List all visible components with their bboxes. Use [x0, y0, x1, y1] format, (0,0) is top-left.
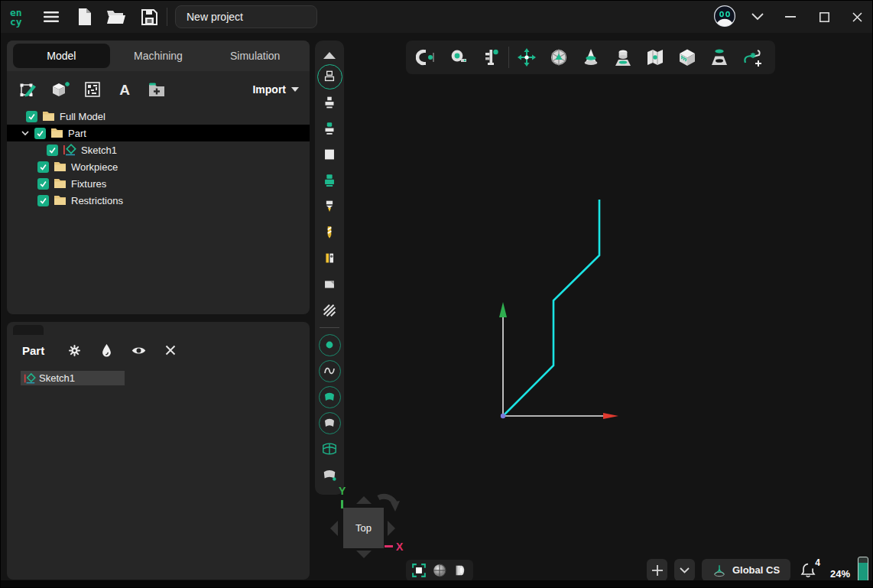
folder-icon — [54, 195, 67, 206]
expand-chevron-icon[interactable] — [21, 128, 30, 138]
viewcube-rotate-down-arrow[interactable] — [356, 551, 372, 558]
tool-teal-insert-icon[interactable] — [321, 115, 338, 141]
sketch-polyline[interactable] — [503, 200, 599, 416]
tab-simulation-label: Simulation — [230, 50, 280, 62]
spline-tool-icon[interactable] — [319, 358, 341, 384]
tool-drill-icon[interactable] — [321, 219, 338, 245]
coordinate-system-dropdown-button[interactable] — [674, 559, 695, 581]
window-bottom-edge — [1, 580, 873, 588]
toolbar-divider — [320, 327, 339, 328]
add-coordinate-system-button[interactable] — [647, 559, 667, 581]
tool-holder-icon[interactable] — [321, 89, 338, 115]
mesh-surface-icon[interactable] — [321, 436, 338, 462]
titlebar: en cy — [1, 1, 873, 33]
display-mode-toolbar — [406, 560, 473, 581]
viewcube-rotate-left-arrow[interactable] — [330, 521, 338, 536]
projection-lens-icon[interactable] — [451, 561, 469, 580]
engrave-cube-icon[interactable] — [671, 43, 703, 72]
titlebar-divider — [167, 8, 167, 26]
checkbox-checked[interactable] — [37, 178, 49, 190]
open-project-icon[interactable] — [105, 7, 127, 27]
surface-gray-tool-icon[interactable] — [319, 410, 341, 436]
tree-row-fixtures[interactable]: Fixtures — [7, 175, 310, 192]
tab-machining[interactable]: Machining — [110, 44, 207, 68]
save-project-icon[interactable] — [139, 7, 159, 27]
unfold-map-icon[interactable] — [639, 43, 671, 72]
point-tool-icon[interactable] — [319, 332, 341, 358]
app-window: en cy — [0, 0, 873, 588]
fit-view-icon[interactable] — [410, 561, 428, 580]
tree-row-sketch1[interactable]: Sketch1 — [7, 141, 310, 158]
scroll-up-icon[interactable] — [323, 47, 336, 63]
mesh-sphere-icon[interactable] — [543, 43, 575, 72]
part-item-label: Sketch1 — [39, 372, 75, 384]
viewcube-x-label: X — [396, 541, 403, 553]
checkbox-checked[interactable] — [37, 161, 49, 173]
surface-tool-icon[interactable] — [319, 384, 341, 410]
close-button[interactable] — [846, 7, 868, 27]
tool-countersink-icon[interactable] — [321, 193, 338, 219]
tool-teal-holder-icon[interactable] — [321, 167, 338, 193]
text-tool-icon[interactable]: A — [114, 79, 135, 100]
caliper-icon[interactable] — [475, 43, 507, 72]
tool-thread-mill-icon[interactable] — [321, 245, 338, 271]
assistant-avatar[interactable] — [713, 5, 736, 28]
part-panel-title: Part — [22, 344, 44, 357]
tree-label: Workpiece — [71, 161, 118, 173]
viewcube-rotate-right-arrow[interactable] — [388, 521, 395, 536]
tab-machining-label: Machining — [134, 50, 183, 62]
x-axis-arrow — [603, 413, 618, 419]
part-item-sketch1[interactable]: Sketch1 — [21, 371, 125, 385]
extrude-icon[interactable] — [607, 43, 639, 72]
viewcube-roll-arrow[interactable] — [374, 489, 404, 518]
tree-label: Restrictions — [71, 195, 123, 206]
material-droplet-icon[interactable] — [98, 342, 115, 359]
tree-label: Fixtures — [71, 178, 106, 190]
pattern-icon[interactable] — [82, 79, 103, 100]
edit-sketch-icon[interactable] — [18, 79, 39, 100]
project-name-input[interactable] — [175, 5, 317, 28]
viewcube-rotate-up-arrow[interactable] — [356, 496, 372, 504]
checkbox-checked[interactable] — [47, 145, 58, 156]
checkbox-checked[interactable] — [34, 128, 46, 139]
minimize-button[interactable] — [780, 7, 801, 27]
titlebar-chevron-down-icon[interactable] — [748, 8, 767, 25]
visibility-eye-icon[interactable] — [130, 342, 147, 359]
part-panel-tab-handle[interactable] — [13, 325, 44, 335]
gear-icon[interactable] — [66, 342, 83, 359]
checkbox-checked[interactable] — [37, 195, 49, 206]
tree-label: Part — [68, 128, 86, 139]
tool-holder-selected-icon[interactable] — [317, 63, 342, 89]
zoom-level-indicator: 24% — [830, 568, 850, 580]
global-cs-selector[interactable]: Global CS — [702, 559, 790, 581]
move-transform-icon[interactable] — [511, 43, 543, 72]
snap-magnet-icon[interactable] — [411, 43, 443, 72]
tool-block-icon[interactable] — [321, 141, 338, 167]
checkbox-checked[interactable] — [26, 111, 37, 122]
import-dropdown[interactable]: Import — [252, 83, 299, 96]
tab-simulation[interactable]: Simulation — [206, 44, 303, 68]
revolve-cone-icon[interactable] — [575, 43, 607, 72]
shading-sphere-icon[interactable] — [430, 561, 449, 580]
close-panel-icon[interactable] — [162, 342, 179, 359]
tree-row-part[interactable]: Part — [7, 125, 310, 141]
tree-row-workpiece[interactable]: Workpiece — [7, 158, 310, 175]
tree-row-full-model[interactable]: Full Model — [7, 108, 310, 125]
text-tool-glyph: A — [119, 82, 130, 98]
tree-label: Full Model — [60, 111, 105, 122]
add-path-icon[interactable] — [735, 43, 768, 72]
maximize-button[interactable] — [813, 7, 835, 27]
tab-model[interactable]: Model — [13, 44, 110, 68]
tool-plate-icon[interactable] — [321, 271, 338, 297]
tool-hatch-material-icon[interactable] — [321, 297, 338, 323]
notifications-bell-icon[interactable]: 4 — [797, 557, 821, 582]
surface-point-icon[interactable] — [321, 462, 338, 488]
hamburger-menu-icon[interactable] — [42, 8, 60, 26]
part-panel-header: Part — [7, 339, 310, 362]
hole-feature-icon[interactable] — [703, 43, 735, 72]
add-solid-icon[interactable] — [50, 79, 71, 100]
new-file-icon[interactable] — [74, 7, 94, 27]
measure-tape-icon[interactable] — [443, 43, 475, 72]
add-folder-icon[interactable] — [146, 79, 167, 100]
tree-row-restrictions[interactable]: Restrictions — [7, 192, 310, 209]
